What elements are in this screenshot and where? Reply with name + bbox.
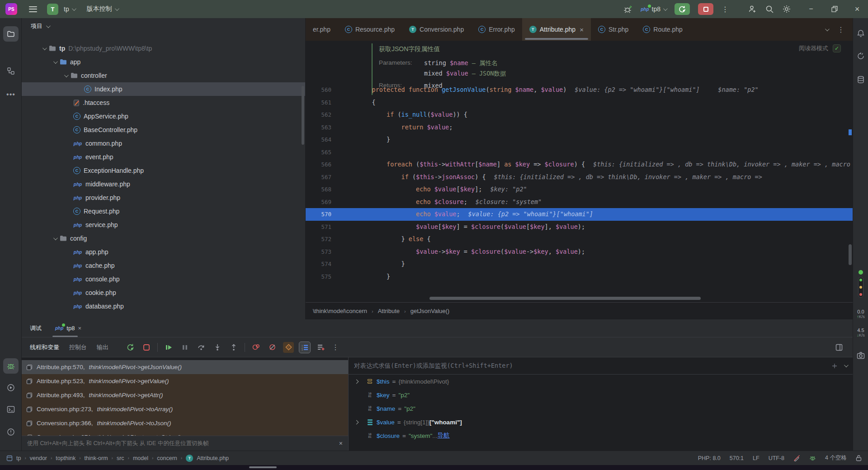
step-into-icon[interactable] — [212, 342, 223, 353]
project-panel-header[interactable]: 项目 — [22, 18, 305, 34]
code-viewport[interactable]: 560 protected function getJsonValue(stri… — [306, 84, 853, 283]
editor-vertical-scrollbar[interactable] — [849, 244, 852, 265]
tree-item-request-php[interactable]: CRequest.php — [22, 204, 305, 218]
tab-console[interactable]: 控制台 — [69, 343, 87, 351]
xdebug-listen-icon[interactable] — [809, 455, 816, 461]
tree-item-database-php[interactable]: phpdatabase.php — [22, 299, 305, 313]
resume-icon[interactable] — [163, 342, 174, 353]
editor-tab-error.php[interactable]: CError.php — [471, 18, 522, 41]
stack-frame[interactable]: Conversion.php:273, think\model\Pivot->t… — [22, 402, 348, 416]
tree-item-exceptionhandle-php[interactable]: CExceptionHandle.php — [22, 164, 305, 177]
status-breadcrumb-item[interactable]: topthink — [56, 455, 75, 461]
breadcrumb-item[interactable]: getJsonValue() — [410, 308, 449, 314]
reader-mode-widget[interactable]: 阅读器模式 ✓ — [799, 44, 841, 52]
inspections-ok-icon[interactable]: ✓ — [833, 44, 841, 52]
code-line-572[interactable]: 572 } else { — [306, 233, 853, 246]
ai-assistant-icon[interactable] — [854, 49, 868, 63]
code-line-565[interactable]: 565 — [306, 146, 853, 159]
lock-icon[interactable] — [856, 455, 862, 461]
php-version[interactable]: PHP: 8.0 — [698, 455, 721, 461]
close-session-icon[interactable]: × — [78, 325, 81, 332]
status-breadcrumb-item[interactable]: model — [133, 455, 148, 461]
editor-tab-attribute.php[interactable]: TAttribute.php× — [522, 18, 591, 41]
code-line-570[interactable]: 570 echo $value;$value: {p2 => "whoami"}… — [306, 208, 853, 221]
mute-breakpoints-icon[interactable] — [267, 342, 278, 353]
more-actions-icon[interactable]: ⋮ — [722, 5, 729, 14]
code-line-573[interactable]: 573 $value->$key = $closure($value->$key… — [306, 246, 853, 258]
tree-item-config[interactable]: config — [22, 232, 305, 245]
tree-item-app[interactable]: app — [22, 55, 305, 69]
tree-item-middleware-php[interactable]: phpmiddleware.php — [22, 177, 305, 191]
tree-item-tp[interactable]: tpD:\phpstudy_pro\WWW\tp8\tp — [22, 42, 305, 55]
tree-expand-icon[interactable] — [53, 59, 58, 64]
editor-tab-conversion.php[interactable]: TConversion.php — [402, 18, 471, 41]
tree-item-event-php[interactable]: phpevent.php — [22, 150, 305, 164]
editor-tab-resource.php[interactable]: CResource.php — [338, 18, 402, 41]
indent-info[interactable]: 4 个空格 — [825, 454, 847, 462]
tab-output[interactable]: 输出 — [97, 343, 108, 351]
tree-item--htaccess[interactable]: .htaccess — [22, 96, 305, 109]
variable-expand[interactable] — [355, 421, 367, 424]
add-user-icon[interactable] — [748, 5, 757, 14]
tree-item-cookie-php[interactable]: phpcookie.php — [22, 286, 305, 299]
rerun-icon[interactable] — [125, 342, 136, 353]
pause-icon[interactable] — [179, 342, 190, 353]
status-breadcrumb-item[interactable]: vendor — [30, 455, 47, 461]
run-config-selector[interactable]: php tp8 — [641, 5, 666, 13]
step-over-icon[interactable] — [196, 342, 207, 353]
stack-frame[interactable]: Attribute.php:523, think\model\Pivot->ge… — [22, 374, 348, 388]
eval-history-icon[interactable] — [831, 363, 838, 369]
close-hint-icon[interactable]: × — [339, 440, 343, 447]
editor-tab-route.php[interactable]: CRoute.php — [636, 18, 690, 41]
database-tool-icon[interactable] — [854, 72, 868, 87]
expand-chevron-icon[interactable] — [354, 420, 359, 424]
variable-expand[interactable] — [355, 380, 367, 383]
search-icon[interactable] — [765, 5, 774, 14]
variable-row[interactable]: 1001$name="p2" — [349, 402, 853, 415]
tree-item-service-php[interactable]: phpservice.php — [22, 218, 305, 232]
code-line-562[interactable]: 562 if (is_null($value)) { — [306, 109, 853, 121]
tree-item-controller[interactable]: controller — [22, 69, 305, 82]
breadcrumb-item[interactable]: \think\model\concern — [313, 308, 367, 314]
tree-item-basecontroller-php[interactable]: CBaseController.php — [22, 123, 305, 137]
stop-icon[interactable] — [141, 342, 152, 353]
project-tool-icon[interactable] — [3, 26, 19, 42]
view-breakpoints-icon[interactable] — [250, 342, 261, 353]
debug-more-icon[interactable]: ⋮ — [332, 343, 339, 351]
variable-row[interactable]: $this={think\model\Pivot} — [349, 375, 853, 388]
stack-frame[interactable]: Attribute.php:570, think\model\Pivot->ge… — [22, 360, 348, 374]
layout-settings-icon[interactable] — [834, 342, 844, 353]
status-breadcrumb-item[interactable]: tp — [16, 455, 21, 461]
code-line-566[interactable]: 566 foreach ($this->withAttr[$name] as $… — [306, 158, 853, 171]
tree-item-common-php[interactable]: phpcommon.php — [22, 137, 305, 150]
vcs-menu[interactable]: 版本控制 — [87, 5, 118, 13]
tree-item-cache-php[interactable]: phpcache.php — [22, 259, 305, 272]
editor-tab-str.php[interactable]: CStr.php — [591, 18, 636, 41]
highlighting-off-icon[interactable] — [793, 455, 800, 461]
debug-tool-icon[interactable] — [3, 358, 19, 374]
code-line-561[interactable]: 561 { — [306, 96, 853, 109]
tree-scrollbar[interactable] — [302, 86, 304, 145]
stop-button[interactable] — [698, 3, 713, 15]
code-line-560[interactable]: 560 protected function getJsonValue(stri… — [306, 84, 853, 96]
variable-row[interactable]: $value={string[1]} ["whoami"] — [349, 415, 853, 429]
evaluate-expression-field[interactable]: 对表达式求值(Enter)或添加监视(Ctrl+Shift+Enter) — [349, 357, 853, 375]
structure-tool-icon[interactable] — [3, 63, 19, 79]
status-breadcrumb-item[interactable]: concern — [157, 455, 177, 461]
step-out-icon[interactable] — [228, 342, 239, 353]
main-menu-icon[interactable] — [29, 6, 37, 12]
editor-tab-er.php[interactable]: er.php — [306, 18, 338, 41]
minimize-window-icon[interactable]: − — [807, 5, 816, 14]
tab-list-chevron-icon[interactable] — [825, 27, 830, 31]
code-line-574[interactable]: 574 } — [306, 258, 853, 271]
tree-item-app-php[interactable]: phpapp.php — [22, 245, 305, 259]
restore-window-icon[interactable] — [830, 5, 839, 14]
code-line-571[interactable]: 571 $value[$key] = $closure($value[$key]… — [306, 221, 853, 233]
tree-item-console-php[interactable]: phpconsole.php — [22, 272, 305, 286]
code-line-575[interactable]: 575 } — [306, 271, 853, 283]
expand-chevron-icon[interactable] — [354, 379, 359, 384]
status-breadcrumb-item[interactable]: Attribute.php — [197, 455, 229, 461]
variable-value[interactable]: 导航 — [438, 432, 450, 440]
code-line-568[interactable]: 568 echo $value[$key];$key: "p2" — [306, 183, 853, 196]
evaluate-expression-icon[interactable]: C — [283, 342, 294, 353]
